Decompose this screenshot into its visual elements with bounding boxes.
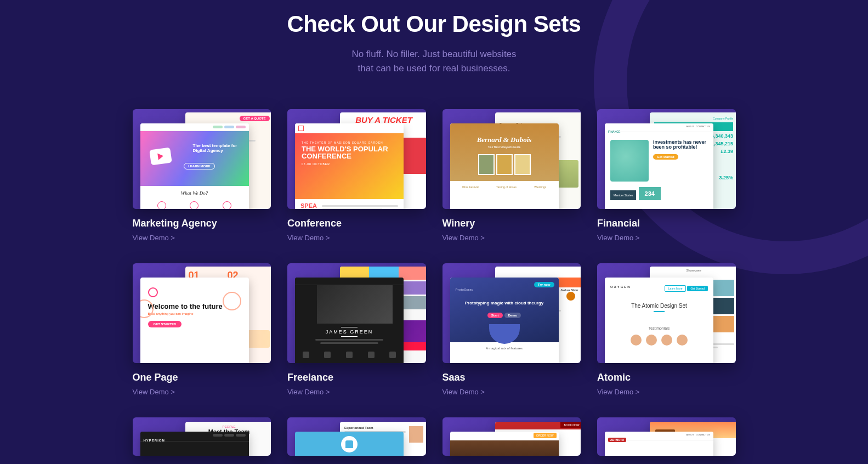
card-title: Winery [442, 218, 581, 229]
card-title: Conference [287, 218, 426, 229]
card-partial-2: Experienced Team Michael Manhattan [287, 417, 426, 456]
thumb-front-pane: The best template for Digital Agency LEA… [140, 123, 249, 209]
card-title: Atomic [597, 372, 736, 383]
thumb-atomic[interactable]: Showcase ★★★★★ OXYGEN Learn MoreGet Star… [597, 263, 736, 363]
content-container: Check Out Our Design Sets No fluff. No f… [133, 0, 736, 456]
hero-copy: The best template for Digital Agency [193, 143, 242, 154]
design-sets-grid: GET A QUOTE The best template for Digita… [133, 109, 736, 456]
page-title: Check Out Our Design Sets [133, 11, 736, 37]
card-winery: Sonoma-Cutrer ★★★★★ Newsletter Bernard &… [442, 109, 581, 242]
thumb-partial[interactable]: Experienced Team Michael Manhattan [287, 417, 426, 456]
card-partial-4: OUR FLYING AUTMOTO CONTACT US ABOUT [597, 417, 736, 456]
avatar-icon [565, 291, 576, 302]
winery-name: Bernard & Dubois [456, 135, 553, 144]
speakers-label: SPEAKERS [300, 203, 317, 209]
thumb-front-pane: Bernard & Dubois Your Best Vineyards Gui… [450, 123, 559, 209]
thumb-partial[interactable]: OUR FLYING AUTMOTO CONTACT US ABOUT [597, 417, 736, 456]
view-demo-link[interactable]: View Demo > [287, 234, 330, 242]
thumb-front-pane: ProtoSpray Try now Prototyping magic wit… [450, 278, 559, 363]
thumb-front-pane: Welcome to the future Build anything you… [140, 278, 249, 363]
card-marketing-agency: GET A QUOTE The best template for Digita… [133, 109, 271, 242]
page-subtitle: No fluff. No filler. Just beautiful webs… [133, 47, 736, 76]
stat-234: 234 [639, 187, 661, 200]
thumb-marketing-agency[interactable]: GET A QUOTE The best template for Digita… [133, 109, 271, 209]
card-financial: Company Profile 23,340,343 1,345,215 £2.… [597, 109, 736, 242]
thumb-saas[interactable]: Joshua Silver rsonal demo? Request Proto… [442, 263, 581, 363]
learn-more-chip: LEARN MORE [184, 163, 214, 169]
play-icon [149, 147, 172, 165]
card-title: Saas [442, 372, 581, 383]
buy-ticket-label: BUY A TICKET [340, 117, 426, 124]
card-partial-1: PEOPLE Meet the Team HYPERION [133, 417, 271, 456]
card-partial-3: BOOK NOW Restaurant ORDER NOW [442, 417, 581, 456]
card-freelance: Contact Me JAMES GREEN Freelance View De… [287, 263, 426, 397]
thumb-front-pane: FINANCE CONTACT US ABOUT Investments has… [605, 123, 713, 209]
subtitle-line-2: that can be used for real businesses. [358, 63, 510, 73]
card-title: Marketing Agency [133, 218, 271, 229]
thumb-front-pane: OXYGEN Learn MoreGet Started The Atomic … [605, 278, 713, 363]
thumb-one-page[interactable]: 0102 Tell about your business 04 Trendy … [133, 263, 271, 363]
card-title: One Page [133, 372, 271, 383]
thumb-financial[interactable]: Company Profile 23,340,343 1,345,215 £2.… [597, 109, 736, 209]
thumb-partial[interactable]: PEOPLE Meet the Team HYPERION [133, 417, 271, 456]
thumb-front-pane: THE THEATER OF MADISON SQUARE GARDEN THE… [295, 123, 404, 209]
thumb-conference[interactable]: BUY A TICKET Buy Now RED BY BUSINESS THE… [287, 109, 426, 209]
card-title: Freelance [287, 372, 426, 383]
get-started-chip: GET STARTED [148, 321, 182, 327]
view-demo-link[interactable]: View Demo > [597, 234, 639, 242]
thumb-front-pane: JAMES GREEN [295, 278, 404, 363]
view-demo-link[interactable]: View Demo > [133, 388, 175, 396]
view-demo-link[interactable]: View Demo > [287, 388, 330, 396]
what-we-do-label: What We Do? [146, 190, 243, 196]
logo-icon [148, 287, 158, 297]
portrait-icon [610, 140, 649, 182]
cup-icon [489, 324, 520, 344]
view-demo-link[interactable]: View Demo > [442, 388, 485, 396]
card-one-page: 0102 Tell about your business 04 Trendy … [133, 263, 271, 397]
get-quote-chip: GET A QUOTE [240, 116, 270, 121]
card-saas: Joshua Silver rsonal demo? Request Proto… [442, 263, 581, 397]
thumb-winery[interactable]: Sonoma-Cutrer ★★★★★ Newsletter Bernard &… [442, 109, 581, 209]
card-title: Financial [597, 218, 736, 229]
card-conference: BUY A TICKET Buy Now RED BY BUSINESS THE… [287, 109, 426, 242]
thumb-partial[interactable]: BOOK NOW Restaurant ORDER NOW [442, 417, 581, 456]
thumb-freelance[interactable]: Contact Me JAMES GREEN [287, 263, 426, 363]
card-atomic: Showcase ★★★★★ OXYGEN Learn MoreGet Star… [597, 263, 736, 397]
view-demo-link[interactable]: View Demo > [597, 388, 639, 396]
subtitle-line-1: No fluff. No filler. Just beautiful webs… [351, 49, 516, 59]
shield-icon [345, 440, 353, 448]
freelancer-name: JAMES GREEN [295, 327, 404, 337]
view-demo-link[interactable]: View Demo > [133, 234, 175, 242]
view-demo-link[interactable]: View Demo > [442, 234, 485, 242]
